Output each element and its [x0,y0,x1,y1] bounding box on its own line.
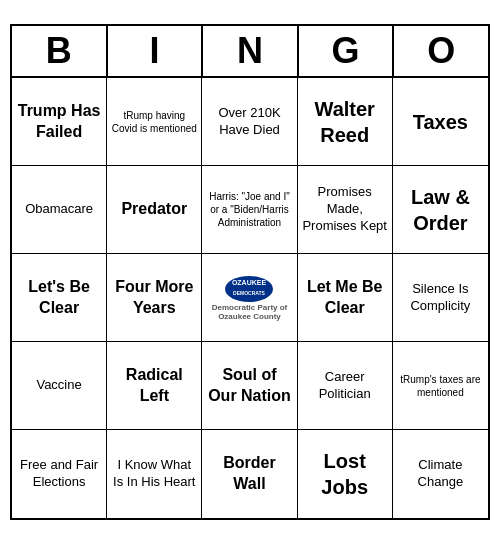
cell-text-10: Let's Be Clear [16,277,102,319]
bingo-cell-21: I Know What Is In His Heart [107,430,202,518]
header-g: G [299,26,395,76]
cell-text-22: Border Wall [206,453,292,495]
cell-text-8: Promises Made, Promises Kept [302,184,388,235]
bingo-cell-13: Let Me Be Clear [298,254,393,342]
cell-text-6: Predator [121,199,187,220]
cell-text-14: Silence Is Complicity [397,281,484,315]
cell-text-20: Free and Fair Elections [16,457,102,491]
bingo-cell-12: OZAUKEE DEMOCRATS Democratic Party of Oz… [202,254,297,342]
bingo-cell-8: Promises Made, Promises Kept [298,166,393,254]
header-i: I [108,26,204,76]
cell-text-2: Over 210K Have Died [206,105,292,139]
bingo-cell-20: Free and Fair Elections [12,430,107,518]
bingo-header: B I N G O [12,26,488,78]
bingo-cell-5: Obamacare [12,166,107,254]
header-b: B [12,26,108,76]
cell-text-15: Vaccine [36,377,81,394]
cell-text-13: Let Me Be Clear [302,277,388,319]
bingo-cell-2: Over 210K Have Died [202,78,297,166]
bingo-cell-4: Taxes [393,78,488,166]
bingo-cell-19: tRump's taxes are mentioned [393,342,488,430]
cell-text-21: I Know What Is In His Heart [111,457,197,491]
bingo-cell-11: Four More Years [107,254,202,342]
bingo-cell-9: Law & Order [393,166,488,254]
cell-text-9: Law & Order [397,184,484,236]
bingo-cell-10: Let's Be Clear [12,254,107,342]
bingo-grid: Trump Has FailedtRump having Covid is me… [12,78,488,518]
cell-text-11: Four More Years [111,277,197,319]
cell-text-1: tRump having Covid is mentioned [111,109,197,135]
bingo-cell-15: Vaccine [12,342,107,430]
cell-text-5: Obamacare [25,201,93,218]
bingo-cell-18: Career Politician [298,342,393,430]
cell-text-24: Climate Change [397,457,484,491]
bingo-cell-24: Climate Change [393,430,488,518]
bingo-card: B I N G O Trump Has FailedtRump having C… [10,24,490,520]
cell-text-18: Career Politician [302,369,388,403]
header-o: O [394,26,488,76]
bingo-cell-22: Border Wall [202,430,297,518]
bingo-cell-0: Trump Has Failed [12,78,107,166]
cell-text-0: Trump Has Failed [16,101,102,143]
cell-text-16: Radical Left [111,365,197,407]
bingo-cell-16: Radical Left [107,342,202,430]
cell-text-4: Taxes [413,109,468,135]
cell-text-3: Walter Reed [302,96,388,148]
bingo-cell-17: Soul of Our Nation [202,342,297,430]
bingo-cell-23: Lost Jobs [298,430,393,518]
cell-text-19: tRump's taxes are mentioned [397,373,484,399]
bingo-cell-6: Predator [107,166,202,254]
cell-text-23: Lost Jobs [302,448,388,500]
cell-text-7: Harris: "Joe and I" or a "Biden/Harris A… [206,190,292,229]
bingo-cell-7: Harris: "Joe and I" or a "Biden/Harris A… [202,166,297,254]
svg-text:OZAUKEE: OZAUKEE [232,279,267,286]
bingo-cell-3: Walter Reed [298,78,393,166]
svg-text:DEMOCRATS: DEMOCRATS [234,290,267,296]
header-n: N [203,26,299,76]
bingo-cell-1: tRump having Covid is mentioned [107,78,202,166]
bingo-cell-14: Silence Is Complicity [393,254,488,342]
cell-text-17: Soul of Our Nation [206,365,292,407]
ozaukee-logo: OZAUKEE DEMOCRATS Democratic Party of Oz… [206,275,292,321]
